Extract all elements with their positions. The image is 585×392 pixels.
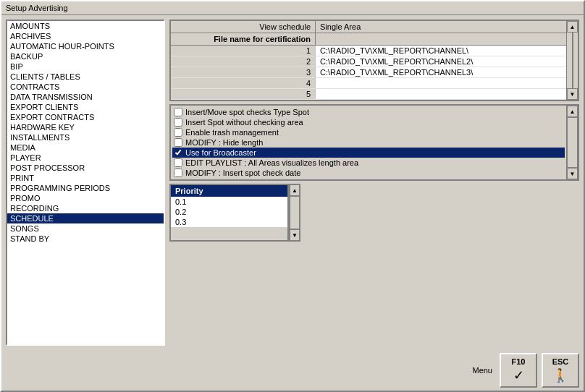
checkbox-input[interactable] <box>174 158 182 167</box>
scroll-up-arrow[interactable]: ▲ <box>567 21 578 33</box>
checkbox-label: Insert/Move spot checks Type Spot <box>185 108 309 116</box>
checkbox-row: MODIFY : Insert spot check date <box>172 168 565 178</box>
row-value[interactable]: C:\RADIO_TV\XML_REPORT\CHANNEL3\ <box>316 67 566 77</box>
checkbox-row: MODIFY : Hide length <box>172 137 565 148</box>
table-row: 1C:\RADIO_TV\XML_REPORT\CHANNEL\ <box>171 46 566 56</box>
row-value[interactable] <box>316 78 566 88</box>
window-title: Setup Advertising <box>6 4 68 12</box>
priority-scroll-up[interactable]: ▲ <box>290 184 300 196</box>
checkbox-row: Enable trash management <box>172 127 565 137</box>
sidebar-item-amounts[interactable]: AMOUNTS <box>7 21 164 31</box>
schedule-scrollbar[interactable]: ▲ ▼ <box>566 21 578 100</box>
sidebar-item-bip[interactable]: BIP <box>7 61 164 72</box>
esc-icon: 🚶 <box>552 367 568 383</box>
checkbox-input[interactable] <box>174 169 182 177</box>
sidebar-item-export-clients[interactable]: EXPORT CLIENTS <box>7 102 164 112</box>
checkbox-row: Insert Spot without checking area <box>172 117 565 127</box>
row-value[interactable]: C:\RADIO_TV\XML_REPORT\CHANNEL2\ <box>316 56 566 67</box>
priority-scrollbar[interactable]: ▲ ▼ <box>289 184 300 242</box>
table-row: 5 <box>171 89 566 100</box>
sidebar-item-export-contracts[interactable]: EXPORT CONTRACTS <box>7 112 164 122</box>
right-panel: View schedule Single Area File name for … <box>169 20 579 346</box>
checkbox-input[interactable] <box>174 108 182 116</box>
priority-area: Priority 0.10.20.3 ▲ ▼ <box>169 184 579 242</box>
cert-value <box>316 33 566 45</box>
table-with-scroll: View schedule Single Area File name for … <box>171 21 578 100</box>
table-row: 2C:\RADIO_TV\XML_REPORT\CHANNEL2\ <box>171 56 566 67</box>
cert-label: File name for certification <box>171 33 316 45</box>
schedule-data-rows: 1C:\RADIO_TV\XML_REPORT\CHANNEL\2C:\RADI… <box>171 46 566 100</box>
sidebar-item-programming-periods[interactable]: PROGRAMMING PERIODS <box>7 183 164 193</box>
bottom-bar: Menu F10 ✓ ESC 🚶 <box>1 350 584 391</box>
checkboxes-area: Insert/Move spot checks Type SpotInsert … <box>169 104 579 181</box>
checkbox-input[interactable] <box>174 138 182 147</box>
main-window: Setup Advertising AMOUNTSARCHIVESAUTOMAT… <box>0 0 585 392</box>
checkboxes-scrollbar[interactable]: ▲ ▼ <box>566 106 578 179</box>
checkbox-label: Use for Broadcaster <box>185 148 256 157</box>
sidebar-item-print[interactable]: PRINT <box>7 173 164 183</box>
row-number: 4 <box>171 78 316 88</box>
table-row: 3C:\RADIO_TV\XML_REPORT\CHANNEL3\ <box>171 67 566 78</box>
sidebar-item-promo[interactable]: PROMO <box>7 193 164 203</box>
f10-key-label: F10 <box>512 357 526 366</box>
sidebar-item-recording[interactable]: RECORDING <box>7 203 164 213</box>
priority-box: Priority 0.10.20.3 <box>169 184 289 242</box>
view-schedule-row: View schedule Single Area <box>171 21 566 33</box>
row-number: 2 <box>171 56 316 67</box>
cert-header-row: File name for certification <box>171 33 566 46</box>
title-bar: Setup Advertising <box>1 1 584 15</box>
priority-header: Priority <box>171 185 287 197</box>
sidebar-item-installments[interactable]: INSTALLMENTS <box>7 132 164 142</box>
check-scroll-down[interactable]: ▼ <box>567 168 578 179</box>
sidebar-item-backup[interactable]: BACKUP <box>7 51 164 61</box>
checkboxes-list: Insert/Move spot checks Type SpotInsert … <box>171 106 566 179</box>
row-number: 5 <box>171 89 316 99</box>
sidebar-item-media[interactable]: MEDIA <box>7 142 164 153</box>
view-schedule-value: Single Area <box>316 21 566 33</box>
row-value[interactable]: C:\RADIO_TV\XML_REPORT\CHANNEL\ <box>316 46 566 56</box>
sidebar-item-archives[interactable]: ARCHIVES <box>7 31 164 41</box>
f10-button[interactable]: F10 ✓ <box>500 353 537 388</box>
table-rows: View schedule Single Area File name for … <box>171 21 566 100</box>
checkbox-input[interactable] <box>174 128 182 137</box>
checkbox-row: Use for Broadcaster <box>172 148 565 158</box>
sidebar-item-data-transmission[interactable]: DATA TRANSMISSION <box>7 92 164 102</box>
sidebar-item-automatic-hour-points[interactable]: AUTOMATIC HOUR-POINTS <box>7 41 164 51</box>
row-number: 1 <box>171 46 316 56</box>
sidebar-item-contracts[interactable]: CONTRACTS <box>7 82 164 92</box>
row-value[interactable] <box>316 89 566 99</box>
priority-item[interactable]: 0.1 <box>171 197 287 207</box>
row-number: 3 <box>171 67 316 77</box>
checkbox-input[interactable] <box>174 118 182 127</box>
checkbox-input[interactable] <box>174 148 182 157</box>
checkbox-label: MODIFY : Insert spot check date <box>185 169 300 177</box>
sidebar-item-post-processor[interactable]: POST PROCESSOR <box>7 163 164 173</box>
priority-scroll-down[interactable]: ▼ <box>290 229 300 241</box>
checkbox-label: EDIT PLAYLIST : All Areas visualizes len… <box>185 158 358 167</box>
sidebar-item-player[interactable]: PLAYER <box>7 153 164 163</box>
checkbox-label: MODIFY : Hide length <box>185 138 263 147</box>
scroll-down-arrow[interactable]: ▼ <box>567 88 578 100</box>
esc-key-label: ESC <box>552 357 569 366</box>
sidebar-item-clients--tables[interactable]: CLIENTS / TABLES <box>7 72 164 82</box>
esc-button[interactable]: ESC 🚶 <box>542 353 579 388</box>
checkbox-label: Enable trash management <box>185 128 279 137</box>
scrollbar-track <box>572 33 573 88</box>
priority-list: 0.10.20.3 <box>171 197 287 227</box>
sidebar-item-songs[interactable]: SONGS <box>7 223 164 234</box>
priority-item[interactable]: 0.3 <box>171 217 287 227</box>
checkbox-row: Insert/Move spot checks Type Spot <box>172 107 565 117</box>
schedule-table-area: View schedule Single Area File name for … <box>169 20 579 101</box>
checkbox-row: EDIT PLAYLIST : All Areas visualizes len… <box>172 158 565 168</box>
table-row: 4 <box>171 78 566 89</box>
priority-track <box>290 196 300 229</box>
priority-item[interactable]: 0.2 <box>171 207 287 217</box>
check-track <box>567 117 578 168</box>
sidebar-item-stand-by[interactable]: STAND BY <box>7 234 164 244</box>
sidebar-item-hardware-key[interactable]: HARDWARE KEY <box>7 122 164 132</box>
sidebar-item-schedule[interactable]: SCHEDULE <box>7 213 164 223</box>
sidebar: AMOUNTSARCHIVESAUTOMATIC HOUR-POINTSBACK… <box>6 20 165 346</box>
view-schedule-label: View schedule <box>171 21 316 33</box>
f10-icon: ✓ <box>513 367 524 383</box>
check-scroll-up[interactable]: ▲ <box>567 106 578 117</box>
